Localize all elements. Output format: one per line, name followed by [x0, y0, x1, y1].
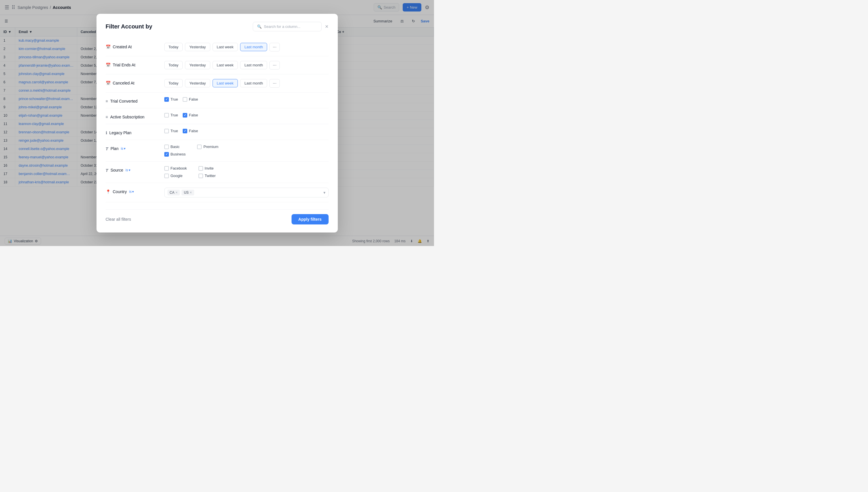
country-tag-ca: CA ×	[168, 190, 180, 195]
canceled-today-btn[interactable]: Today	[164, 79, 183, 88]
legacy-false[interactable]: False	[183, 129, 198, 133]
source-facebook-cb[interactable]	[164, 166, 169, 171]
trial-converted-true[interactable]: True	[164, 97, 178, 102]
created-at-label: Created At	[113, 45, 132, 49]
country-label: Country	[113, 189, 127, 194]
created-last-week-btn[interactable]: Last week	[212, 43, 238, 51]
active-sub-false-cb[interactable]	[183, 113, 187, 118]
filter-row-source: T Source is ▾ Facebook Invite	[106, 162, 329, 183]
trial-today-btn[interactable]: Today	[164, 61, 183, 69]
source-operator-arrow: ▾	[129, 168, 130, 172]
modal-overlay[interactable]: Filter Account by 🔍 Search for a column.…	[0, 0, 434, 246]
country-operator-text: is	[129, 190, 132, 194]
filter-label-canceled-at: 📅 Canceled At	[106, 79, 157, 85]
canceled-last-month-btn[interactable]: Last month	[240, 79, 267, 88]
trial-converted-false-label: False	[189, 97, 198, 101]
created-today-btn[interactable]: Today	[164, 43, 183, 51]
filter-label-source: T Source is ▾	[106, 166, 157, 173]
source-checkboxes: Facebook Invite Google Twitter	[164, 166, 221, 178]
trial-converted-true-cb[interactable]	[164, 97, 169, 102]
source-twitter[interactable]: Twitter	[199, 174, 221, 178]
plan-operator[interactable]: is ▾	[121, 147, 126, 151]
legacy-true[interactable]: True	[164, 129, 178, 133]
country-tag-input[interactable]: CA × US × ▾	[164, 188, 329, 197]
country-operator-arrow: ▾	[132, 190, 134, 194]
apply-filters-button[interactable]: Apply filters	[291, 214, 329, 224]
filter-controls-country: CA × US × ▾	[164, 188, 329, 197]
text-icon-source: T	[106, 168, 108, 173]
country-tag-us: US ×	[181, 190, 194, 195]
plan-business[interactable]: Business	[164, 152, 186, 157]
trial-converted-checkboxes: True False	[164, 97, 198, 102]
source-twitter-cb[interactable]	[199, 174, 203, 178]
trial-last-month-btn[interactable]: Last month	[240, 61, 267, 69]
source-invite-cb[interactable]	[199, 166, 203, 171]
modal-search[interactable]: 🔍 Search for a column...	[253, 22, 322, 31]
source-invite-label: Invite	[205, 166, 214, 170]
source-google-cb[interactable]	[164, 174, 169, 178]
modal-header-right: 🔍 Search for a column... ×	[253, 22, 329, 31]
plan-basic-label: Basic	[171, 145, 180, 149]
modal-title: Filter Account by	[106, 23, 153, 30]
canceled-more-btn[interactable]: ···	[270, 79, 279, 88]
trial-converted-false[interactable]: False	[183, 97, 198, 102]
active-sub-true[interactable]: True	[164, 113, 178, 118]
legacy-true-cb[interactable]	[164, 129, 169, 133]
active-sub-true-label: True	[171, 113, 178, 117]
filter-row-trial-converted: ≡ Trial Converted True False	[106, 93, 329, 108]
active-sub-false[interactable]: False	[183, 113, 198, 118]
text-icon-plan: T	[106, 146, 108, 151]
source-invite[interactable]: Invite	[199, 166, 221, 171]
trial-yesterday-btn[interactable]: Yesterday	[185, 61, 210, 69]
trial-more-btn[interactable]: ···	[270, 61, 279, 70]
active-subscription-label: Active Subscription	[110, 115, 145, 119]
filter-row-trial-ends: 📅 Trial Ends At Today Yesterday Last wee…	[106, 56, 329, 74]
filter-controls-trial-ends: Today Yesterday Last week Last month ···	[164, 61, 329, 70]
active-subscription-checkboxes: True False	[164, 113, 198, 118]
filter-label-active-subscription: ≡ Active Subscription	[106, 113, 157, 119]
location-icon-country: 📍	[106, 189, 110, 194]
plan-basic[interactable]: Basic	[164, 145, 186, 149]
trial-last-week-btn[interactable]: Last week	[212, 61, 238, 69]
source-operator[interactable]: is ▾	[126, 168, 130, 172]
plan-basic-cb[interactable]	[164, 145, 169, 149]
source-facebook[interactable]: Facebook	[164, 166, 187, 171]
legacy-false-cb[interactable]	[183, 129, 187, 133]
filter-row-country: 📍 Country is ▾ CA × US × ▾	[106, 183, 329, 202]
trial-ends-at-label: Trial Ends At	[113, 63, 135, 67]
tag-ca-remove[interactable]: ×	[176, 191, 178, 194]
tag-us-remove[interactable]: ×	[190, 191, 192, 194]
source-google[interactable]: Google	[164, 174, 187, 178]
active-sub-true-cb[interactable]	[164, 113, 169, 118]
active-sub-false-label: False	[189, 113, 198, 117]
plan-premium[interactable]: Premium	[197, 145, 219, 149]
legacy-plan-checkboxes: True False	[164, 129, 198, 133]
created-more-btn[interactable]: ···	[270, 43, 279, 51]
country-operator[interactable]: is ▾	[129, 190, 134, 194]
country-dropdown-arrow[interactable]: ▾	[324, 190, 326, 195]
filter-row-created-at: 📅 Created At Today Yesterday Last week L…	[106, 38, 329, 56]
legacy-false-label: False	[189, 129, 198, 133]
canceled-at-label: Canceled At	[113, 81, 135, 85]
source-facebook-label: Facebook	[171, 166, 187, 170]
filter-label-trial-ends: 📅 Trial Ends At	[106, 61, 157, 67]
filter-label-legacy-plan: ℹ Legacy Plan	[106, 129, 157, 135]
filter-row-legacy-plan: ℹ Legacy Plan True False	[106, 124, 329, 140]
plan-business-cb[interactable]	[164, 152, 169, 157]
canceled-last-week-btn[interactable]: Last week	[212, 79, 238, 88]
modal-header: Filter Account by 🔍 Search for a column.…	[106, 22, 329, 31]
plan-premium-cb[interactable]	[197, 145, 202, 149]
created-last-month-btn[interactable]: Last month	[240, 43, 267, 51]
tag-ca-value: CA	[170, 191, 175, 195]
canceled-yesterday-btn[interactable]: Yesterday	[185, 79, 210, 88]
created-yesterday-btn[interactable]: Yesterday	[185, 43, 210, 51]
tag-us-value: US	[184, 191, 189, 195]
clear-all-button[interactable]: Clear all filters	[106, 217, 131, 222]
trial-converted-false-cb[interactable]	[183, 97, 187, 102]
legacy-true-label: True	[171, 129, 178, 133]
source-operator-text: is	[126, 168, 128, 172]
filter-controls-trial-converted: True False	[164, 97, 329, 102]
legacy-plan-label: Legacy Plan	[109, 130, 131, 135]
filter-controls-created-at: Today Yesterday Last week Last month ···	[164, 43, 329, 51]
modal-close-button[interactable]: ×	[325, 24, 329, 29]
